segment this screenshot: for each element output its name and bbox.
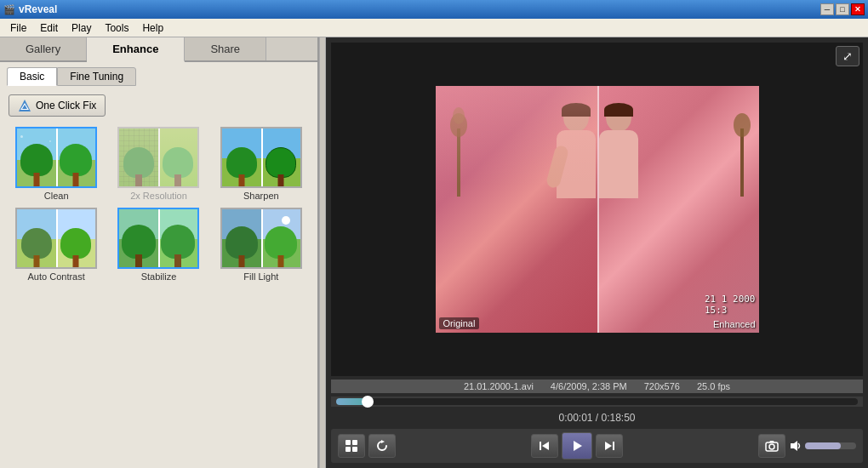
menubar: File Edit Play Tools Help	[0, 19, 868, 37]
titlebar-controls: ─ □ ✕	[820, 3, 865, 15]
next-button[interactable]	[596, 434, 623, 458]
controls-left	[338, 434, 396, 458]
video-frame: Original	[331, 43, 863, 376]
grid-view-button[interactable]	[338, 434, 365, 458]
filter-clean-label: Clean	[44, 191, 69, 201]
filter-stabilize-thumb	[117, 208, 199, 269]
grid-icon	[345, 439, 358, 453]
play-icon	[570, 439, 584, 453]
filter-grid: Clean 2	[0, 122, 317, 287]
maximize-button[interactable]: □	[836, 3, 849, 15]
video-enhanced-content: 21 1 2000 15:3 Enhanced	[597, 86, 759, 333]
video-date: 4/6/2009, 2:38 PM	[551, 381, 627, 391]
filter-sharpen[interactable]: Sharpen	[214, 127, 309, 201]
filter-2x-thumb	[117, 127, 199, 188]
filter-sharpen-thumb	[220, 127, 302, 188]
tab-gallery[interactable]: Gallery	[0, 37, 87, 60]
camera-icon	[765, 439, 779, 453]
svg-marker-7	[381, 440, 385, 443]
progress-bar-container	[331, 397, 863, 407]
volume-fill	[805, 442, 841, 449]
volume-control	[789, 439, 856, 453]
app-icon: 🎬	[3, 4, 15, 15]
timestamp-line2: 15:3	[705, 305, 756, 316]
filter-fill-light[interactable]: Fill Light	[214, 208, 309, 282]
close-button[interactable]: ✕	[851, 3, 865, 15]
main-tab-bar: Gallery Enhance Share	[0, 37, 317, 62]
time-display: 0:00:01 / 0:18:50	[331, 410, 863, 425]
volume-icon	[789, 439, 802, 453]
sub-tab-fine-tuning[interactable]: Fine Tuning	[57, 67, 136, 86]
menu-file[interactable]: File	[3, 20, 33, 36]
video-timestamp: 21 1 2000 15:3	[705, 294, 756, 316]
previous-button[interactable]	[531, 434, 558, 458]
snapshot-button[interactable]	[758, 434, 785, 458]
filter-stabilize-label: Stabilize	[141, 271, 177, 282]
video-filename: 21.01.2000-1.avi	[464, 381, 534, 391]
menu-play[interactable]: Play	[65, 20, 98, 36]
controls-right	[758, 434, 856, 458]
filter-2x-label: 2x Resolution	[130, 191, 187, 201]
tab-share[interactable]: Share	[185, 37, 266, 60]
left-panel: Gallery Enhance Share Basic Fine Tuning …	[0, 37, 319, 468]
one-click-area: One Click Fix	[0, 86, 317, 122]
volume-slider[interactable]	[805, 442, 856, 449]
menu-help[interactable]: Help	[135, 20, 170, 36]
filter-auto-contrast-label: Auto Contrast	[28, 271, 85, 282]
filter-fill-light-label: Fill Light	[243, 271, 278, 282]
svg-marker-9	[542, 442, 549, 450]
one-click-fix-icon	[18, 99, 31, 112]
sub-tab-basic[interactable]: Basic	[7, 67, 57, 86]
app-title: vReveal	[19, 3, 57, 15]
video-original-content: Original	[436, 86, 597, 333]
filter-sharpen-label: Sharpen	[243, 191, 279, 201]
timestamp-line1: 21 1 2000	[705, 294, 756, 305]
progress-track[interactable]	[336, 398, 858, 405]
menu-tools[interactable]: Tools	[98, 20, 135, 36]
svg-rect-5	[345, 447, 351, 452]
filter-auto-contrast-thumb	[15, 208, 97, 269]
right-panel: ⤢	[326, 37, 868, 468]
sub-tab-bar: Basic Fine Tuning	[0, 62, 317, 86]
main-content: Gallery Enhance Share Basic Fine Tuning …	[0, 37, 868, 468]
one-click-fix-label: One Click Fix	[36, 100, 96, 111]
svg-rect-3	[345, 440, 351, 445]
video-enhanced-label: Enhanced	[713, 319, 756, 329]
svg-marker-12	[605, 442, 612, 450]
progress-handle[interactable]	[362, 396, 374, 408]
svg-marker-15	[791, 441, 797, 451]
filter-2x-resolution[interactable]: 2x Resolution	[111, 127, 206, 201]
filter-stabilize[interactable]: Stabilize	[111, 208, 206, 282]
video-enhanced-half: 21 1 2000 15:3 Enhanced	[597, 86, 759, 333]
minimize-button[interactable]: ─	[820, 3, 834, 15]
filter-fill-light-thumb	[220, 208, 302, 269]
play-button[interactable]	[562, 432, 592, 459]
svg-rect-8	[540, 442, 541, 450]
file-info-bar: 21.01.2000-1.avi 4/6/2009, 2:38 PM 720x5…	[331, 380, 863, 393]
refresh-icon	[375, 439, 389, 453]
video-split-divider	[597, 86, 599, 333]
prev-icon	[538, 439, 551, 453]
video-original-half: Original	[436, 86, 597, 333]
video-split: Original	[436, 86, 759, 333]
filter-clean[interactable]: Clean	[9, 127, 104, 201]
svg-marker-10	[574, 441, 582, 451]
next-icon	[602, 439, 616, 453]
refresh-button[interactable]	[368, 434, 396, 458]
fullscreen-button[interactable]: ⤢	[836, 46, 859, 66]
controls-center	[531, 432, 623, 459]
one-click-fix-button[interactable]: One Click Fix	[9, 94, 106, 117]
video-original-label: Original	[439, 317, 480, 329]
controls-bar	[331, 429, 863, 463]
filter-clean-thumb	[15, 127, 97, 188]
svg-rect-6	[352, 447, 357, 452]
titlebar-left: 🎬 vReveal	[3, 3, 57, 15]
tab-enhance[interactable]: Enhance	[87, 37, 185, 62]
video-resolution: 720x576	[644, 381, 680, 391]
titlebar: 🎬 vReveal ─ □ ✕	[0, 0, 868, 19]
panel-scrollbar[interactable]	[319, 37, 326, 468]
filter-auto-contrast[interactable]: Auto Contrast	[9, 208, 104, 282]
video-fps: 25.0 fps	[697, 381, 730, 391]
menu-edit[interactable]: Edit	[33, 20, 65, 36]
svg-rect-11	[613, 442, 614, 450]
